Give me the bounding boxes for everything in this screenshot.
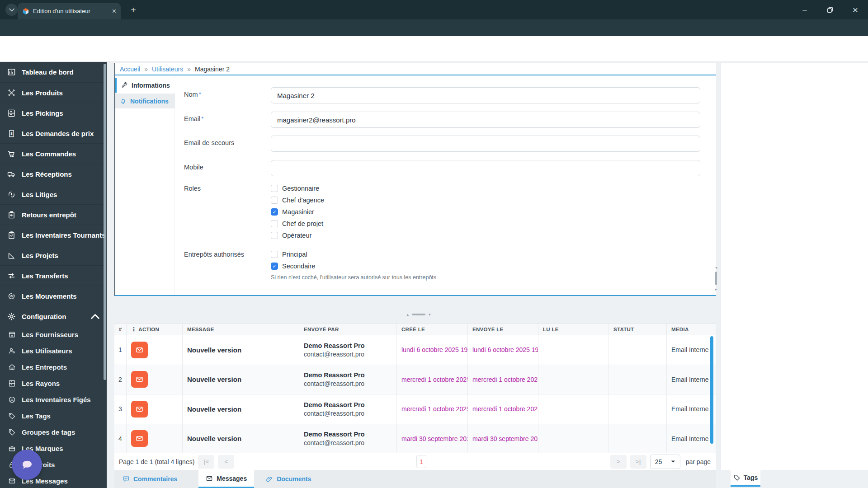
checkbox[interactable] xyxy=(271,185,278,192)
sidebar-item-demandes-de-prix[interactable]: $ Les Demandes de prix xyxy=(0,123,107,143)
sidebar-item-configuration[interactable]: Configuration xyxy=(0,306,107,326)
nom-input[interactable] xyxy=(271,87,700,103)
message-cell: Nouvelle version xyxy=(183,335,299,365)
media-cell: Email Interne xyxy=(667,335,716,365)
sidebar-item-utilisateurs[interactable]: Les Utilisateurs xyxy=(0,343,107,359)
sidebar-item-projets[interactable]: Les Projets xyxy=(0,245,107,265)
role-gestionnaire[interactable]: Gestionnaire xyxy=(271,184,324,193)
wrench-icon xyxy=(121,82,128,89)
table-row: 1 Nouvelle version Demo Reassort Procont… xyxy=(114,335,716,365)
sidebar-item-tags[interactable]: Les Tags xyxy=(0,408,107,424)
role-operateur[interactable]: Opérateur xyxy=(271,231,324,240)
per-page-select[interactable]: 25 xyxy=(650,455,680,469)
sidebar-item-litiges[interactable]: Les Litiges xyxy=(0,184,107,204)
screen: Edition d'un utilisateur × + – × ← → dem… xyxy=(0,0,868,488)
checkbox[interactable] xyxy=(271,220,278,227)
col-header-cree-le[interactable]: CRÉÉ LE xyxy=(397,324,468,335)
role-chef-agence[interactable]: Chef d'agence xyxy=(271,196,324,205)
checkbox[interactable] xyxy=(271,232,278,239)
dashboard-icon xyxy=(7,68,16,76)
paperclip-icon xyxy=(266,475,273,483)
checkbox-checked[interactable]: ✓ xyxy=(271,263,278,270)
tab-notifications[interactable]: Notifications xyxy=(115,94,175,108)
col-header-statut[interactable]: STATUT xyxy=(609,324,667,335)
role-magasinier[interactable]: ✓Magasinier xyxy=(271,207,324,216)
send-mail-action-button[interactable] xyxy=(131,401,148,418)
col-header-lu-le[interactable]: LU LE xyxy=(538,324,609,335)
email-secours-input[interactable] xyxy=(271,136,700,152)
send-mail-action-button[interactable] xyxy=(131,371,148,388)
col-header-action[interactable]: ⋮ACTION xyxy=(127,324,183,335)
sidebar-item-produits[interactable]: Les Produits xyxy=(0,82,107,103)
send-mail-action-button[interactable] xyxy=(131,342,148,358)
email-input[interactable] xyxy=(271,112,700,128)
sidebar-item-commandes[interactable]: Les Commandes xyxy=(0,143,107,164)
app-header: ReassortPro Sauvegarder Envoyer un mail … xyxy=(0,36,868,62)
storefront-icon xyxy=(8,331,16,338)
roles-checkbox-group: Gestionnaire Chef d'agence ✓Magasinier C… xyxy=(271,184,324,240)
breadcrumb-users-link[interactable]: Utilisateurs xyxy=(152,66,183,73)
sidebar-item-transferts[interactable]: Les Transferts xyxy=(0,265,107,286)
price-request-icon: $ xyxy=(7,129,16,138)
col-header-envoye-le[interactable]: ENVOYÉ LE xyxy=(468,324,538,335)
sidebar-item-inventaires-tournants[interactable]: Les Inventaires Tournants xyxy=(0,225,107,245)
tab-search-button[interactable] xyxy=(5,4,18,16)
sidebar-item-groupes-de-tags[interactable]: Groupes de tags xyxy=(0,424,107,440)
window-close-button[interactable]: × xyxy=(843,0,868,19)
sidebar-item-tableau-de-bord[interactable]: Tableau de bord xyxy=(0,62,107,82)
tab-messages[interactable]: Messages xyxy=(198,470,254,488)
window-minimize-button[interactable]: – xyxy=(792,0,817,19)
checkbox-checked[interactable]: ✓ xyxy=(271,208,278,216)
first-page-button[interactable]: |< xyxy=(198,455,214,469)
media-cell: Email Interne xyxy=(667,424,716,454)
role-chef-de-projet[interactable]: Chef de projet xyxy=(271,219,324,228)
tab-documents[interactable]: Documents xyxy=(259,470,318,488)
last-page-button[interactable]: >| xyxy=(630,455,646,469)
checkbox[interactable] xyxy=(271,251,278,258)
breadcrumb-separator: » xyxy=(187,66,191,73)
tab-informations[interactable]: Informations xyxy=(115,78,175,93)
row-number: 1 xyxy=(114,335,127,365)
page-number-button[interactable]: 1 xyxy=(416,455,426,468)
browser-tab[interactable]: Edition d'un utilisateur × xyxy=(18,3,121,19)
sender-cell: Demo Reassort Procontact@reassort.pro xyxy=(299,335,397,365)
message-cell: Nouvelle version xyxy=(183,365,299,394)
next-page-button[interactable]: > xyxy=(610,455,627,469)
sidebar-item-receptions[interactable]: Les Réceptions xyxy=(0,164,107,184)
sidebar-item-rayons[interactable]: Les Rayons xyxy=(0,375,107,391)
tag-icon xyxy=(8,412,16,420)
window-restore-button[interactable] xyxy=(817,0,843,19)
col-header-media[interactable]: MEDIA xyxy=(667,324,716,335)
col-header-num[interactable]: # xyxy=(114,324,127,335)
sidebar-item-retours-entrepot[interactable]: Retours entrepôt xyxy=(0,204,107,225)
sidebar-item-fournisseurs[interactable]: Les Fournisseurs xyxy=(0,326,107,343)
entrepot-principal[interactable]: Principal xyxy=(271,250,315,259)
read-cell xyxy=(538,424,609,454)
col-header-envoye-par[interactable]: ENVOYÉ PAR xyxy=(299,324,397,335)
sidebar-scrollbar[interactable] xyxy=(104,64,106,380)
sidebar-item-mouvements[interactable]: Les Mouvements xyxy=(0,286,107,306)
sidebar-item-inventaires-figes[interactable]: Les Inventaires Figés xyxy=(0,391,107,408)
sidebar-item-pickings[interactable]: Les Pickings xyxy=(0,103,107,123)
mobile-input[interactable] xyxy=(271,160,700,176)
prev-page-button[interactable]: < xyxy=(218,455,234,469)
entrepot-secondaire[interactable]: ✓Secondaire xyxy=(271,262,315,271)
checkbox[interactable] xyxy=(271,197,278,204)
tab-tags[interactable]: Tags xyxy=(731,470,760,487)
col-header-message[interactable]: MESSAGE xyxy=(183,324,299,335)
tab-close-icon[interactable]: × xyxy=(112,8,116,15)
breadcrumb-home-link[interactable]: Accueil xyxy=(120,66,140,73)
table-scrollbar[interactable] xyxy=(710,336,713,444)
tab-commentaires[interactable]: Commentaires xyxy=(115,470,184,488)
vertical-splitter[interactable]: ◂ ▸ xyxy=(713,265,719,291)
chat-widget-button[interactable] xyxy=(12,450,42,480)
shelf-icon xyxy=(7,109,16,117)
send-mail-action-button[interactable] xyxy=(131,430,148,447)
message-cell: Nouvelle version xyxy=(183,424,299,454)
media-cell: Email Interne xyxy=(667,394,716,424)
sidebar-item-entrepots[interactable]: Les Entrepots xyxy=(0,359,107,375)
new-tab-button[interactable]: + xyxy=(127,4,139,16)
table-row: 4 Nouvelle version Demo Reassort Procont… xyxy=(114,424,716,454)
horizontal-splitter[interactable]: ▴ ▾ xyxy=(405,311,432,318)
sidebar: Tableau de bord Les Produits Les Picking… xyxy=(0,62,107,488)
